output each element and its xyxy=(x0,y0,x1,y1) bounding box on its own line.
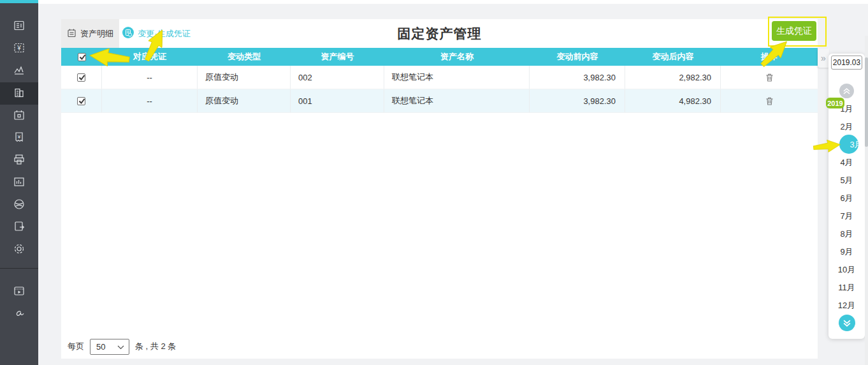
main-panel: 资产明细 变更·生成凭证 固定资产管理 生成凭证 对应凭证 变动类型 资产编号 … xyxy=(61,19,818,359)
generate-voucher-button[interactable]: 生成凭证 xyxy=(772,21,816,41)
month-option-4[interactable]: 4月 xyxy=(828,154,865,172)
chevron-down-icon xyxy=(117,345,124,350)
delete-row-button[interactable] xyxy=(763,71,776,84)
row-checkbox-cell xyxy=(61,66,102,89)
trash-icon xyxy=(765,73,774,82)
table-row[interactable]: -- 原值变动 001 联想笔记本 3,982.30 4,982.30 xyxy=(61,89,818,113)
cell-asset-name: 联想笔记本 xyxy=(384,89,530,112)
month-option-12[interactable]: 12月 xyxy=(828,297,865,315)
cell-actions xyxy=(721,66,818,89)
month-option-3-selected[interactable]: 3月 xyxy=(828,136,865,154)
sidebar: ¥ ¥ xyxy=(0,0,38,365)
scroll-up-button[interactable] xyxy=(839,84,854,98)
column-header-before-value[interactable]: 变动前内容 xyxy=(530,48,625,66)
per-page-label: 每页 xyxy=(68,341,84,352)
invoice-icon: ¥ xyxy=(13,41,25,57)
column-header-after-value[interactable]: 变动后内容 xyxy=(625,48,721,66)
scroll-down-button[interactable] xyxy=(839,315,855,331)
cell-after-value: 2,982.30 xyxy=(625,66,721,89)
table-header: 对应凭证 变动类型 资产编号 资产名称 变动前内容 变动后内容 操作 xyxy=(61,48,818,66)
cell-after-value: 4,982.30 xyxy=(625,89,721,112)
period-display[interactable]: 2019.03 xyxy=(831,56,862,70)
page-title: 固定资产管理 xyxy=(61,25,818,43)
sidebar-item-invoice[interactable]: ¥ xyxy=(0,38,38,60)
column-header-voucher[interactable]: 对应凭证 xyxy=(102,48,198,66)
sidebar-item-chart[interactable] xyxy=(0,60,38,82)
column-header-actions[interactable]: 操作 xyxy=(721,48,818,66)
sidebar-accent-strip xyxy=(0,0,38,3)
image-report-icon xyxy=(13,175,25,191)
svg-text:¥: ¥ xyxy=(17,44,21,51)
year-badge: 2019 xyxy=(826,98,844,108)
cell-change-type: 原值变动 xyxy=(198,89,291,112)
double-chevron-up-icon xyxy=(843,87,851,95)
sidebar-item-document-export[interactable] xyxy=(0,216,38,239)
row-checkbox-cell xyxy=(61,89,102,112)
sidebar-divider xyxy=(0,268,38,269)
month-option-8[interactable]: 8月 xyxy=(828,225,865,243)
month-option-6[interactable]: 6月 xyxy=(828,190,865,207)
month-option-5[interactable]: 5月 xyxy=(828,172,865,190)
svg-text:¥: ¥ xyxy=(17,133,21,139)
trash-icon xyxy=(765,96,774,106)
scrollbar-thumb[interactable] xyxy=(865,57,868,147)
cell-before-value: 3,982.30 xyxy=(530,66,625,89)
sidebar-item-settings[interactable] xyxy=(0,239,38,261)
row-checkbox[interactable] xyxy=(77,97,85,105)
sidebar-item-globe[interactable] xyxy=(0,194,38,216)
column-header-asset-no[interactable]: 资产编号 xyxy=(291,48,384,66)
select-all-checkbox[interactable] xyxy=(78,53,86,61)
fixed-assets-icon xyxy=(13,86,25,101)
calendar-icon xyxy=(13,108,25,124)
top-strip xyxy=(38,0,868,4)
sidebar-item-document-list[interactable] xyxy=(0,15,38,38)
month-option-11[interactable]: 11月 xyxy=(828,279,865,297)
header-checkbox-cell xyxy=(61,48,102,66)
column-header-change-type[interactable]: 变动类型 xyxy=(198,48,291,66)
scrollbar[interactable] xyxy=(865,36,868,365)
row-checkbox[interactable] xyxy=(77,73,85,82)
globe-icon xyxy=(13,198,25,213)
month-list: 1月 2月 3月 4月 5月 6月 7月 8月 9月 10月 11月 12月 xyxy=(828,100,865,315)
cell-asset-name: 联想笔记本 xyxy=(384,66,530,89)
print-icon xyxy=(13,153,25,168)
cell-asset-no: 001 xyxy=(291,89,384,112)
sidebar-item-calendar[interactable] xyxy=(0,105,38,127)
month-option-2[interactable]: 2月 xyxy=(828,118,865,136)
month-option-9[interactable]: 9月 xyxy=(828,243,865,261)
cell-before-value: 3,982.30 xyxy=(530,89,625,112)
document-export-icon xyxy=(13,220,25,235)
receipt-yen-icon: ¥ xyxy=(13,131,25,146)
cell-change-type: 原值变动 xyxy=(198,66,291,89)
table-row[interactable]: -- 原值变动 002 联想笔记本 3,982.30 2,982.30 xyxy=(61,66,818,89)
sidebar-item-signature[interactable] xyxy=(0,303,38,325)
pagination: 每页 50 条 , 共 2 条 xyxy=(68,338,176,355)
records-count-label: 条 , 共 2 条 xyxy=(135,341,176,352)
document-list-icon xyxy=(13,19,25,34)
double-chevron-down-icon xyxy=(843,319,851,327)
column-header-asset-name[interactable]: 资产名称 xyxy=(384,48,530,66)
sidebar-item-image-report[interactable] xyxy=(0,172,38,194)
cell-voucher: -- xyxy=(102,66,198,89)
signature-icon xyxy=(13,307,25,322)
sidebar-item-print[interactable] xyxy=(0,149,38,172)
date-picker-panel: 2019.03 2019 1月 2月 3月 4月 5月 6月 7月 8月 9月 … xyxy=(828,54,865,339)
delete-row-button[interactable] xyxy=(763,95,776,107)
chart-icon xyxy=(13,64,25,79)
double-chevron-right-icon: » xyxy=(821,53,826,63)
sidebar-item-fixed-assets[interactable] xyxy=(0,82,38,105)
month-option-7[interactable]: 7月 xyxy=(828,207,865,225)
date-panel-collapse-handle[interactable]: » xyxy=(818,48,829,68)
month-option-10[interactable]: 10月 xyxy=(828,261,865,279)
sidebar-item-receipt[interactable]: ¥ xyxy=(0,127,38,149)
page-size-value: 50 xyxy=(96,342,105,352)
video-icon xyxy=(13,285,25,300)
settings-gear-icon xyxy=(13,242,25,258)
page-size-select[interactable]: 50 xyxy=(90,339,129,355)
cell-asset-no: 002 xyxy=(291,66,384,89)
sidebar-item-video[interactable] xyxy=(0,281,38,303)
cell-actions xyxy=(721,89,818,112)
cell-voucher: -- xyxy=(102,89,198,112)
